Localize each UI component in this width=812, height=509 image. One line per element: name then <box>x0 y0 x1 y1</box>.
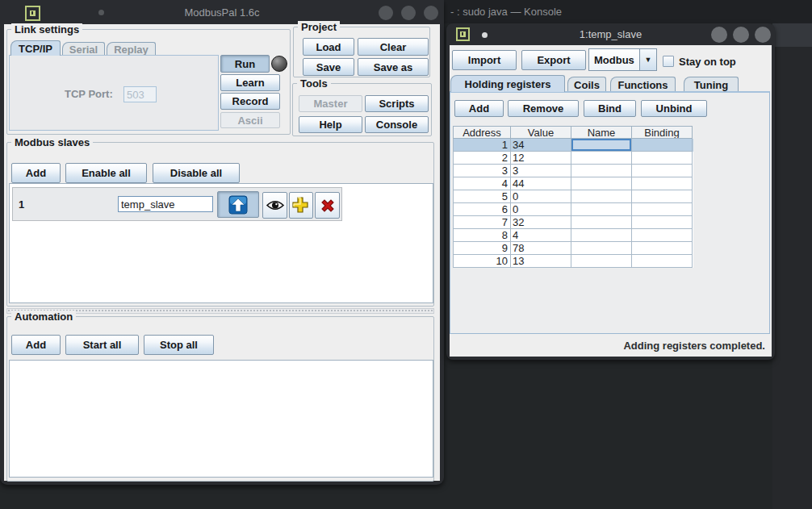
cell-value[interactable]: 12 <box>511 152 571 165</box>
cell-binding[interactable] <box>632 177 693 190</box>
chevron-down-icon[interactable]: ▼ <box>640 48 657 71</box>
cell-binding[interactable] <box>632 190 693 203</box>
start-all-button[interactable]: Start all <box>65 335 139 355</box>
slave-add-button[interactable]: Add <box>11 163 61 183</box>
cell-binding[interactable] <box>632 152 693 165</box>
scripts-button[interactable]: Scripts <box>365 95 429 112</box>
cell-address[interactable]: 3 <box>453 165 511 177</box>
tab-tuning[interactable]: Tuning <box>684 77 739 92</box>
cell-name[interactable] <box>571 255 632 268</box>
register-bind-button[interactable]: Bind <box>584 100 636 117</box>
tab-functions[interactable]: Functions <box>610 77 676 92</box>
cell-value[interactable]: 34 <box>511 139 571 152</box>
tab-coils[interactable]: Coils <box>567 77 606 92</box>
clear-button[interactable]: Clear <box>358 38 429 56</box>
cell-value[interactable]: 0 <box>511 190 571 203</box>
ascii-button[interactable]: Ascii <box>220 112 280 128</box>
table-row[interactable]: 4 44 <box>453 177 693 190</box>
slave-delete-button[interactable] <box>315 192 340 219</box>
save-button[interactable]: Save <box>303 58 354 76</box>
cell-binding[interactable] <box>632 242 693 255</box>
cell-address[interactable]: 10 <box>453 255 511 268</box>
table-row[interactable]: 3 3 <box>453 165 693 177</box>
table-row[interactable]: 6 0 <box>453 203 693 216</box>
cell-value[interactable]: 44 <box>511 177 571 190</box>
cell-binding[interactable] <box>632 165 693 177</box>
close-button[interactable] <box>424 6 438 20</box>
stop-all-button[interactable]: Stop all <box>144 335 214 355</box>
cell-name[interactable] <box>571 177 632 190</box>
cell-address[interactable]: 9 <box>453 242 511 255</box>
table-row[interactable]: 10 13 <box>453 255 693 268</box>
table-row[interactable]: 5 0 <box>453 190 693 203</box>
cell-name[interactable] <box>571 190 632 203</box>
cell-value[interactable]: 32 <box>511 216 571 229</box>
cell-binding[interactable] <box>632 216 693 229</box>
cell-name[interactable] <box>571 165 632 177</box>
column-header-address[interactable]: Address <box>453 126 511 139</box>
column-header-value[interactable]: Value <box>511 126 571 139</box>
tcp-port-input[interactable] <box>123 86 157 102</box>
cell-name[interactable] <box>571 152 632 165</box>
cell-value[interactable]: 4 <box>511 229 571 242</box>
stay-on-top-checkbox[interactable] <box>663 56 674 67</box>
save-as-button[interactable]: Save as <box>358 58 429 76</box>
cell-address[interactable]: 8 <box>453 229 511 242</box>
slave-enable-toggle[interactable] <box>217 191 259 218</box>
table-row[interactable]: 8 4 <box>453 229 693 242</box>
cell-value[interactable]: 3 <box>511 165 571 177</box>
cell-name[interactable] <box>571 229 632 242</box>
cell-value[interactable]: 78 <box>511 242 571 255</box>
cell-address[interactable]: 2 <box>453 152 511 165</box>
record-button[interactable]: Record <box>220 93 280 110</box>
cell-value[interactable]: 0 <box>511 203 571 216</box>
export-button[interactable]: Export <box>521 50 586 70</box>
table-row[interactable]: 9 78 <box>453 242 693 255</box>
minimize-button[interactable] <box>379 6 393 20</box>
column-header-binding[interactable]: Binding <box>632 126 693 139</box>
cell-name[interactable] <box>571 139 632 152</box>
run-button[interactable]: Run <box>220 55 270 73</box>
minimize-button[interactable] <box>711 27 727 43</box>
slave-view-button[interactable] <box>262 192 287 219</box>
slave-editor-titlebar[interactable]: 1:temp_slave <box>446 23 775 45</box>
tab-replay[interactable]: Replay <box>107 42 156 56</box>
cell-address[interactable]: 5 <box>453 190 511 203</box>
console-button[interactable]: Console <box>365 116 429 133</box>
tab-holding-registers[interactable]: Holding registers <box>450 75 565 92</box>
cell-address[interactable]: 7 <box>453 216 511 229</box>
maximize-button[interactable] <box>401 6 416 20</box>
mode-combobox[interactable]: Modbus ▼ <box>588 48 657 71</box>
cell-value[interactable]: 13 <box>511 255 571 268</box>
column-header-name[interactable]: Name <box>571 126 632 139</box>
cell-binding[interactable] <box>632 203 693 216</box>
close-button[interactable] <box>755 27 771 43</box>
cell-binding[interactable] <box>632 255 693 268</box>
automation-add-button[interactable]: Add <box>11 335 61 355</box>
cell-address[interactable]: 4 <box>453 177 511 190</box>
disable-all-button[interactable]: Disable all <box>153 163 240 183</box>
cell-name[interactable] <box>571 216 632 229</box>
register-remove-button[interactable]: Remove <box>508 100 579 117</box>
cell-name[interactable] <box>571 203 632 216</box>
help-button[interactable]: Help <box>299 116 362 133</box>
table-row[interactable]: 2 12 <box>453 152 693 165</box>
master-button[interactable]: Master <box>299 95 362 112</box>
cell-address[interactable]: 1 <box>453 139 511 152</box>
cell-name[interactable] <box>571 242 632 255</box>
register-unbind-button[interactable]: Unbind <box>641 100 707 117</box>
tab-serial[interactable]: Serial <box>62 42 105 56</box>
cell-address[interactable]: 6 <box>453 203 511 216</box>
cell-binding[interactable] <box>632 139 693 152</box>
slave-add-automation-button[interactable] <box>289 192 313 219</box>
tab-tcpip[interactable]: TCP/IP <box>10 40 61 56</box>
cell-binding[interactable] <box>632 229 693 242</box>
table-row[interactable]: 7 32 <box>453 216 693 229</box>
table-row[interactable]: 1 34 <box>453 139 693 152</box>
learn-button[interactable]: Learn <box>220 74 280 91</box>
enable-all-button[interactable]: Enable all <box>65 163 147 183</box>
maximize-button[interactable] <box>733 27 749 43</box>
register-add-button[interactable]: Add <box>454 100 504 117</box>
slave-row[interactable]: 1 <box>12 187 342 221</box>
import-button[interactable]: Import <box>452 50 517 70</box>
